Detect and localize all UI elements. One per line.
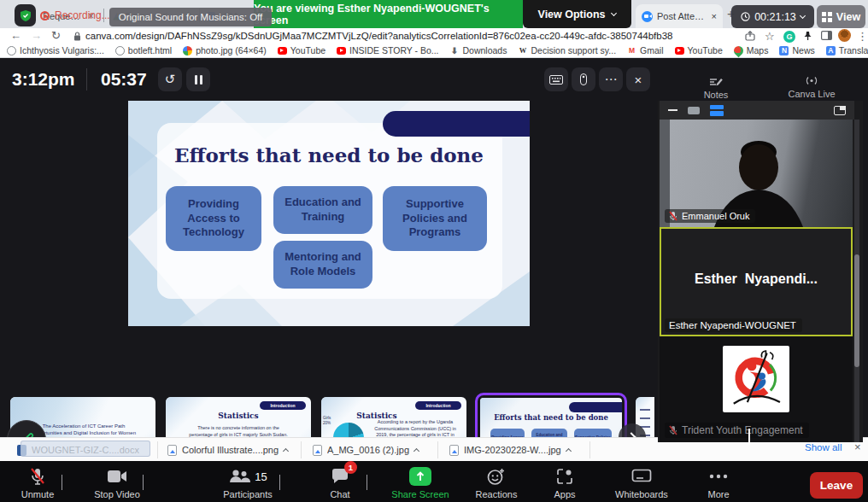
forward-button[interactable]: → [31,29,42,42]
chevron-up-icon[interactable] [566,448,572,454]
panel-scrollbar-track[interactable] [854,120,859,442]
participant-name-badge: Trident Youth Engagement [665,423,809,438]
leave-meeting-button[interactable]: Leave [810,472,863,499]
unmute-button[interactable]: Unmute [0,466,75,499]
exit-presentation-button[interactable]: × [626,67,650,91]
canva-live-button[interactable]: Canva Live [784,75,839,99]
collapse-panel-button[interactable] [748,429,750,444]
bookmark-gmail[interactable]: MGmail [627,45,663,55]
tab-post-attendee[interactable]: Post Attendee - 2 × [636,4,723,28]
maps-pin-icon [731,44,745,57]
keyboard-icon [549,75,563,85]
translate-icon: A [826,46,836,55]
ellipsis-icon [709,474,728,479]
gmail-icon: M [627,46,636,55]
unmute-options-chevron[interactable] [62,475,62,490]
meeting-security-shield[interactable] [15,4,36,26]
thumbnail-badge: Introduction [415,401,461,410]
video-tile-emmanuel[interactable]: Emmanuel Oruk [660,120,853,227]
reactions-smiley-icon [487,468,506,486]
slide-box-education: Education and Training [273,186,372,234]
keyboard-shortcuts-button[interactable] [544,67,568,91]
gallery-view-icon-active[interactable] [710,105,724,116]
panel-scrollbar-thumb[interactable] [854,254,859,367]
pie-label-girls: Girls 20% [323,416,337,427]
thumbnail-title: Statistics [166,412,311,420]
video-panel-header [660,101,854,120]
zoom-video-panel: Emmanuel Oruk Esther Nyapendi... Esther … [658,101,863,442]
image-file-icon [167,445,177,456]
popout-panel-icon[interactable] [834,106,846,115]
tab-close-icon[interactable]: × [712,11,717,21]
more-button[interactable]: More [681,466,756,499]
back-button[interactable]: ← [10,29,21,42]
grid-icon [822,12,832,22]
profile-avatar[interactable] [838,29,851,42]
video-tile-esther-active-speaker[interactable]: Esther Nyapendi... Esther Nyapendi-WOUGN… [660,227,853,336]
downloads-show-all-button[interactable]: Show all [805,442,842,452]
participants-icon [228,469,250,484]
side-panel-icon[interactable] [821,31,832,40]
present-remote-button[interactable] [572,67,595,91]
bookmark-star-icon[interactable]: ☆ [765,30,775,43]
bookmark-translate[interactable]: ATranslate [826,45,868,55]
bookmark-inside-story[interactable]: INSIDE STORY - Bo... [337,45,438,55]
browser-menu-icon[interactable]: ⋮ [857,30,868,43]
pause-icon [195,75,197,85]
chevron-up-icon[interactable] [283,448,289,454]
share-page-icon[interactable] [745,31,755,41]
chat-options-chevron[interactable] [367,475,367,490]
bookmark-youtube-2[interactable]: YouTube [675,45,723,55]
view-button[interactable]: View [817,5,865,28]
bookmark-decision-support[interactable]: WDecision support sy... [518,45,616,55]
video-tile-trident[interactable]: Trident Youth Engagement [660,336,853,442]
reload-button[interactable]: ↻ [51,29,61,42]
slide-header-pill [383,111,530,137]
timer-value: 00:21:13 [754,11,796,23]
download-item-3[interactable]: A_MG_0016 (2).jpg [313,442,432,458]
apps-button[interactable]: Apps [527,466,602,499]
bookmark-ichthyosis[interactable]: Ichthyosis Vulgaris:... [7,45,104,55]
bookmark-maps[interactable]: Maps [734,45,769,55]
timer-reset-button[interactable]: ↺ [158,67,182,91]
youtube-icon [278,47,287,55]
pinned-extension-icon[interactable] [803,31,812,41]
downloads-bar-close-icon[interactable]: × [854,441,861,453]
chevron-up-icon[interactable] [413,448,419,454]
bookmark-photo[interactable]: photo.jpg (64×64) [183,45,267,55]
timer-pause-button[interactable] [186,67,210,91]
reactions-button[interactable]: Reactions [459,466,534,499]
video-options-chevron[interactable] [143,475,144,490]
presentation-timer: 05:37 [101,69,147,90]
thumbnail-title: Efforts that need to be done [480,413,622,422]
browser-tab-strip: Request for a me... × Data Justice Doc..… [0,0,868,28]
grammarly-extension-icon[interactable]: G [783,31,795,43]
trident-logo [723,346,789,412]
mic-muted-icon [29,467,46,486]
recording-label: Recording... [55,9,110,21]
notes-button[interactable]: Notes [699,75,733,100]
participants-options-chevron[interactable] [279,475,280,490]
speaker-view-icon[interactable] [688,107,700,114]
download-item-4[interactable]: IMG-20230228-W....jpg [449,442,576,458]
bookmark-downloads[interactable]: ⬇Downloads [450,45,507,55]
image-file-icon [449,445,459,456]
ellipsis-icon: ⋯ [605,72,618,87]
participants-button[interactable]: 15 Participants [207,466,289,499]
whiteboards-button[interactable]: Whiteboards [604,466,679,499]
meeting-timer-pill[interactable]: 00:21:13 [731,5,814,28]
more-options-button[interactable]: ⋯ [599,67,623,91]
bookmark-youtube[interactable]: YouTube [278,45,326,55]
share-screen-icon [409,467,431,486]
bookmarks-bar: Ichthyosis Vulgaris:... botleft.html pho… [0,44,868,58]
bookmark-news[interactable]: NNews [779,45,814,55]
url-text[interactable]: canva.com/design/DAFhNSsZ9sg/kDSdnUGjMaa… [85,31,718,41]
view-options-dropdown[interactable]: View Options [523,0,631,28]
screen: Request for a me... × Data Justice Doc..… [0,0,868,502]
download-item-2[interactable]: Colorful Illustrate....png [167,442,294,458]
divider [86,68,87,90]
minimize-panel-icon[interactable] [668,109,677,111]
apps-icon [556,468,573,485]
share-screen-button[interactable]: Share Screen [383,466,458,499]
bookmark-botleft[interactable]: botleft.html [115,45,172,55]
